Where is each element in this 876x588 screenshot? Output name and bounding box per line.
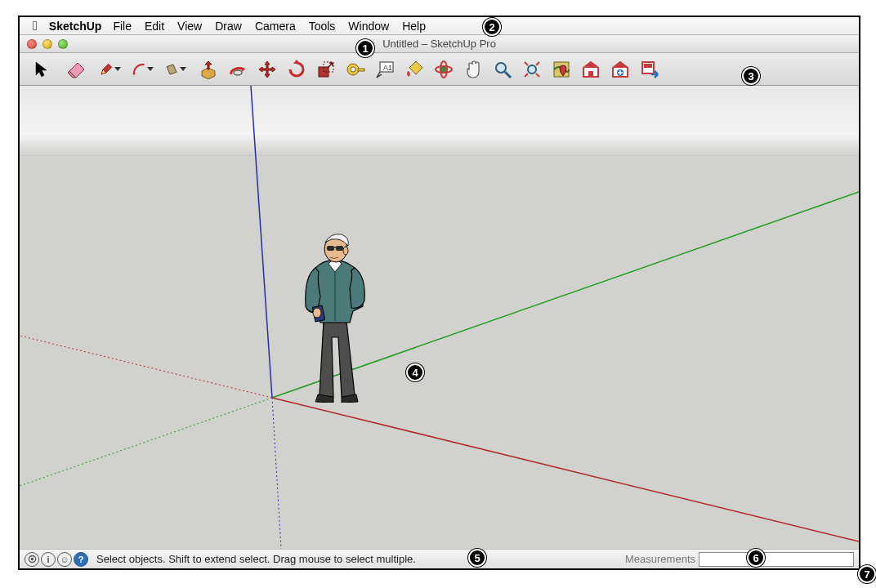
pencil-tool[interactable] — [100, 59, 121, 80]
svg-point-1 — [142, 63, 145, 65]
pencil-icon — [100, 60, 113, 79]
svg-point-30 — [343, 247, 348, 255]
svg-point-13 — [496, 63, 506, 73]
move-icon — [257, 60, 277, 79]
measurements-label: Measurements — [625, 553, 695, 565]
cursor-icon — [32, 60, 51, 79]
apple-menu-icon[interactable]:  — [33, 19, 38, 33]
window-titlebar: Untitled – SketchUp Pro — [20, 35, 859, 53]
svg-rect-32 — [336, 246, 343, 251]
text-icon: A1 — [375, 60, 395, 79]
eraser-tool[interactable] — [65, 59, 87, 80]
svg-rect-31 — [327, 246, 334, 251]
dropdown-arrow-icon — [180, 67, 186, 71]
scale-figure-person — [291, 231, 381, 403]
axes-overlay — [20, 86, 859, 549]
pan-tool[interactable] — [463, 59, 484, 80]
scale-tool[interactable] — [315, 59, 337, 80]
zoom-window-button[interactable] — [58, 39, 68, 49]
tape-icon — [346, 60, 365, 79]
svg-rect-16 — [588, 71, 593, 77]
geo-map-icon — [552, 60, 571, 79]
svg-point-28 — [313, 308, 321, 318]
pan-hand-icon — [463, 60, 483, 79]
svg-line-23 — [20, 398, 272, 486]
svg-rect-7 — [358, 69, 364, 71]
svg-line-24 — [272, 398, 859, 541]
main-toolbar: A1 — [20, 53, 859, 86]
offset-tool[interactable] — [227, 59, 248, 80]
svg-point-14 — [528, 65, 536, 74]
layout-tool[interactable] — [639, 59, 660, 80]
callout-2: 2 — [483, 18, 501, 36]
svg-line-20 — [251, 86, 272, 398]
window-controls — [27, 39, 68, 49]
status-bar: ⦿ i ☺ ? Select objects. Shift to extend … — [20, 549, 859, 568]
move-tool[interactable] — [257, 59, 278, 80]
signin-icon[interactable]: ☺ — [57, 552, 72, 567]
rectangle-tool[interactable] — [165, 59, 186, 80]
svg-point-0 — [133, 73, 136, 75]
menu-file[interactable]: File — [113, 20, 132, 33]
svg-point-6 — [351, 67, 355, 72]
menu-camera[interactable]: Camera — [255, 20, 296, 33]
callout-7: 7 — [858, 565, 876, 583]
menu-help[interactable]: Help — [402, 20, 426, 33]
callout-5: 5 — [468, 549, 486, 567]
dropdown-arrow-icon — [147, 67, 154, 71]
scale-icon — [316, 60, 336, 79]
menu-draw[interactable]: Draw — [215, 20, 242, 33]
svg-point-2 — [234, 70, 242, 75]
extension-icon — [610, 60, 630, 79]
svg-rect-19 — [644, 64, 652, 68]
svg-point-10 — [440, 66, 447, 73]
app-frame:  SketchUp File Edit View Draw Camera To… — [18, 16, 860, 570]
warehouse-tool[interactable] — [580, 59, 601, 80]
app-menu[interactable]: SketchUp — [49, 20, 102, 33]
status-hint: Select objects. Shift to extend select. … — [96, 553, 625, 565]
select-tool[interactable] — [31, 59, 52, 80]
callout-4: 4 — [406, 363, 424, 381]
menu-view[interactable]: View — [177, 20, 202, 33]
measurements-input[interactable] — [699, 552, 854, 567]
send-layout-icon — [640, 60, 659, 79]
help-icon[interactable]: ? — [74, 552, 88, 567]
svg-line-25 — [20, 336, 272, 398]
window-title: Untitled – SketchUp Pro — [20, 38, 859, 50]
svg-text:A1: A1 — [383, 64, 392, 72]
credits-icon[interactable]: i — [41, 552, 56, 567]
orbit-icon — [434, 60, 454, 79]
paint-bucket-icon — [404, 60, 424, 79]
menu-tools[interactable]: Tools — [309, 20, 336, 33]
rectangle-icon — [165, 60, 178, 79]
tape-tool[interactable] — [345, 59, 366, 80]
svg-line-21 — [272, 398, 281, 549]
magnifier-icon — [493, 60, 512, 79]
geo-toggle-icon[interactable]: ⦿ — [25, 552, 39, 567]
text-tool[interactable]: A1 — [374, 59, 396, 80]
arc-icon — [132, 60, 145, 79]
arc-tool[interactable] — [132, 59, 154, 80]
menu-window[interactable]: Window — [348, 20, 389, 33]
offset-icon — [228, 60, 248, 79]
callout-3: 3 — [742, 67, 760, 85]
eraser-icon — [66, 60, 86, 79]
zoom-tool[interactable] — [492, 59, 513, 80]
system-menu-bar:  SketchUp File Edit View Draw Camera To… — [20, 17, 859, 35]
dropdown-arrow-icon — [114, 67, 121, 71]
viewport-3d[interactable] — [20, 86, 859, 549]
warehouse-icon — [581, 60, 601, 79]
rotate-tool[interactable] — [286, 59, 307, 80]
callout-6: 6 — [747, 549, 765, 567]
orbit-tool[interactable] — [433, 59, 454, 80]
pushpull-icon — [199, 60, 218, 79]
pushpull-tool[interactable] — [198, 59, 219, 80]
minimize-window-button[interactable] — [42, 39, 52, 49]
extension-tool[interactable] — [610, 59, 631, 80]
paint-tool[interactable] — [404, 59, 425, 80]
rotate-icon — [287, 60, 306, 79]
zoom-extents-tool[interactable] — [521, 59, 543, 80]
add-location-tool[interactable] — [551, 59, 572, 80]
menu-edit[interactable]: Edit — [145, 20, 164, 33]
close-window-button[interactable] — [27, 39, 37, 49]
